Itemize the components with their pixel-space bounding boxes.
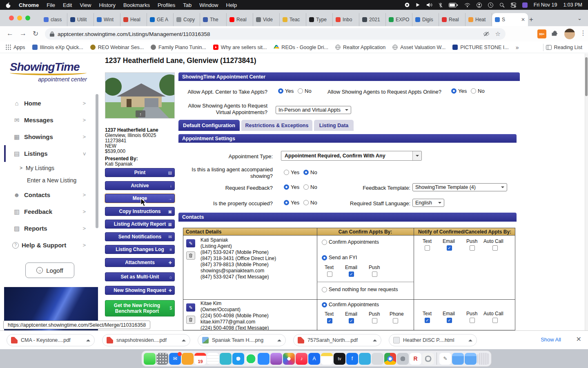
- upload-photo-icon[interactable]: ↑: [136, 110, 145, 117]
- window-minimize-button[interactable]: [17, 16, 22, 20]
- clock-icon[interactable]: [488, 2, 493, 8]
- delete-contact-button[interactable]: [186, 316, 195, 324]
- print-button[interactable]: Print▤: [105, 168, 175, 177]
- logoff-button[interactable]: → Logoff: [25, 263, 74, 278]
- browser-tab[interactable]: Wint: [94, 13, 120, 26]
- dock-icon-launchpad[interactable]: [156, 353, 168, 365]
- profile-avatar[interactable]: [564, 29, 575, 39]
- play-icon[interactable]: [416, 2, 420, 7]
- spotlight-icon[interactable]: [499, 2, 505, 8]
- confirm-text-checkbox[interactable]: [327, 318, 332, 323]
- request-online-yes-radio[interactable]: Yes: [451, 88, 467, 94]
- bookmark-item[interactable]: REOs - Google Dri...: [274, 45, 328, 50]
- notify-text-checkbox[interactable]: [425, 318, 430, 323]
- radio-icon[interactable]: [303, 200, 309, 205]
- send-fyi-radio[interactable]: Send an FYI: [322, 255, 357, 260]
- accompanied-yes-radio[interactable]: Yes: [284, 169, 299, 175]
- show-all-downloads-link[interactable]: Show All: [541, 337, 561, 343]
- tab-restrictions-exceptions[interactable]: Restrictions & Exceptions: [241, 120, 312, 131]
- take-appts-no-radio[interactable]: No: [298, 88, 312, 94]
- menu-window[interactable]: Window: [199, 2, 218, 8]
- pricing-benchmark-report-button[interactable]: Get the New Pricing Benchmark Report$: [105, 300, 175, 316]
- dock-icon-music[interactable]: ♪: [296, 353, 307, 365]
- apple-logo-icon[interactable]: [6, 2, 11, 8]
- staff-language-select[interactable]: English: [412, 199, 444, 207]
- dock-icon-app-store[interactable]: A: [308, 353, 320, 365]
- radio-icon[interactable]: [322, 287, 327, 292]
- new-tab-button[interactable]: +: [529, 16, 533, 24]
- notify-email-checkbox[interactable]: [447, 318, 452, 323]
- tab-default-configuration[interactable]: Default Configuration: [178, 120, 240, 131]
- sidebar-item-reports[interactable]: ▨ Reports >: [4, 220, 96, 237]
- bookmark-item[interactable]: Why are sellers sit...: [213, 45, 267, 50]
- dock-icon-realtor-app[interactable]: R: [410, 353, 421, 365]
- dock-icon-safari[interactable]: [232, 353, 244, 365]
- browser-tab[interactable]: Digis: [412, 13, 439, 26]
- feedback-yes-radio[interactable]: Yes: [284, 184, 299, 190]
- download-item[interactable]: 757Sarah_North....pdf: [293, 334, 381, 346]
- dock-icon-podcasts[interactable]: [270, 353, 282, 365]
- dock-icon-notes[interactable]: [207, 353, 219, 365]
- download-menu-icon[interactable]: [468, 337, 472, 341]
- browser-tab[interactable]: The: [200, 13, 227, 26]
- purple-app-icon[interactable]: [522, 2, 528, 8]
- menu-profiles[interactable]: Profiles: [158, 2, 175, 8]
- dock-icon-activity[interactable]: [422, 353, 434, 365]
- download-item[interactable]: snapshotresiden....pdf: [102, 334, 190, 346]
- menu-view[interactable]: View: [80, 2, 91, 8]
- attachments-button[interactable]: Attachments✚: [105, 258, 175, 267]
- menu-help[interactable]: Help: [226, 2, 237, 8]
- battery-icon[interactable]: [449, 3, 458, 7]
- confirm-email-checkbox[interactable]: [349, 318, 354, 323]
- feedback-no-radio[interactable]: No: [303, 184, 317, 190]
- radio-icon[interactable]: [322, 255, 327, 260]
- dock-icon-folder-2[interactable]: [465, 353, 477, 365]
- browser-tab[interactable]: GE A: [147, 13, 174, 26]
- confirm-appointments-radio[interactable]: Confirm Appointments: [322, 239, 379, 245]
- chrome-menu-icon[interactable]: ⋮: [580, 29, 586, 37]
- dock-icon-calendar[interactable]: 19: [194, 353, 206, 365]
- archive-button[interactable]: Archive↓: [105, 181, 175, 190]
- dock-icon-tv[interactable]: tv: [334, 353, 345, 365]
- set-as-multi-unit-button[interactable]: Set as Multi-Unit⌂: [105, 272, 175, 281]
- browser-tab[interactable]: EXPO: [386, 13, 412, 26]
- tab-listing-data[interactable]: Listing Data: [314, 120, 354, 131]
- dock-icon-zoom[interactable]: [258, 353, 270, 365]
- request-online-no-radio[interactable]: No: [471, 88, 485, 94]
- bookmark-item[interactable]: Realtor Application: [335, 45, 385, 50]
- delete-contact-button[interactable]: [186, 251, 195, 260]
- extension-badge[interactable]: 99+: [537, 29, 546, 38]
- reading-list-button[interactable]: Reading List: [543, 44, 583, 51]
- notify-push-checkbox[interactable]: [470, 245, 475, 251]
- send-nothing-radio[interactable]: Send nothing for new requests: [322, 287, 398, 292]
- dock-icon-keynote[interactable]: [220, 353, 232, 365]
- browser-tab[interactable]: Heat: [466, 13, 492, 26]
- browser-tab[interactable]: Utilit: [67, 13, 94, 26]
- sidebar-item-messages[interactable]: ✉ Messages >: [4, 112, 96, 128]
- dock-icon-facebook[interactable]: f: [346, 353, 358, 365]
- record-icon[interactable]: [405, 2, 410, 7]
- browser-tab[interactable]: Vide: [253, 13, 280, 26]
- dock-icon-folder-1[interactable]: [452, 353, 464, 365]
- download-item[interactable]: Heather DISC P....html: [389, 334, 477, 346]
- download-item[interactable]: Spaniak Team H....png: [198, 334, 286, 346]
- user-icon[interactable]: [477, 2, 482, 8]
- radio-icon[interactable]: [451, 88, 457, 94]
- fyi-push-checkbox[interactable]: [372, 272, 377, 277]
- eye-off-icon[interactable]: [483, 31, 490, 36]
- radio-icon[interactable]: [284, 200, 289, 205]
- back-button[interactable]: ←: [7, 29, 13, 38]
- confirm-phone-checkbox[interactable]: [393, 318, 398, 323]
- radio-icon[interactable]: [322, 302, 327, 307]
- browser-tab[interactable]: 2021: [359, 13, 386, 26]
- menu-history[interactable]: History: [99, 2, 115, 8]
- bookmarks-overflow-chevron[interactable]: »: [516, 44, 519, 51]
- bluetooth-off-icon[interactable]: [439, 2, 443, 8]
- bookmark-item[interactable]: Family Piano Tunin...: [151, 45, 206, 50]
- menu-bookmarks[interactable]: Bookmarks: [123, 2, 150, 8]
- listing-changes-log-button[interactable]: Listing Changes Log≡: [105, 245, 175, 254]
- browser-tab[interactable]: Type: [306, 13, 333, 26]
- notify-email-checkbox[interactable]: [447, 245, 452, 251]
- notify-auto-call-checkbox[interactable]: [492, 318, 498, 323]
- reload-button[interactable]: ↻: [33, 29, 38, 38]
